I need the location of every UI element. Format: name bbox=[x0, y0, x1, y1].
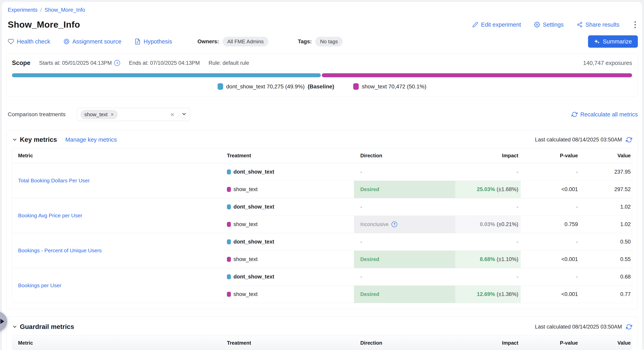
treatment-name: dont_show_text bbox=[234, 169, 274, 175]
summarize-button[interactable]: Summarize bbox=[588, 35, 638, 48]
collapse-chevron-icon[interactable] bbox=[12, 324, 18, 329]
key-metrics-header: Key metrics Manage key metrics Last calc… bbox=[12, 136, 632, 143]
direction-cell: - bbox=[354, 268, 455, 285]
col-metric: Metric bbox=[12, 148, 224, 163]
breadcrumb: Experiments / Show_More_Info bbox=[6, 7, 638, 13]
refresh-icon bbox=[572, 111, 578, 117]
impact-cell: - bbox=[455, 268, 521, 285]
scope-starts-at: Starts at: 05/01/2025 04:13PM i bbox=[39, 60, 120, 66]
edit-experiment-label: Edit experiment bbox=[481, 22, 521, 28]
manage-key-metrics-link[interactable]: Manage key metrics bbox=[65, 136, 117, 143]
metric-link[interactable]: Total Booking Dollars Per User bbox=[18, 178, 90, 184]
page-title: Show_More_Info bbox=[8, 20, 80, 30]
chevron-down-icon[interactable] bbox=[181, 111, 187, 118]
share-results-label: Share results bbox=[586, 22, 620, 28]
metric-link[interactable]: Bookings - Percent of Unique Users bbox=[18, 247, 102, 253]
impact-cell: 12.69%(±1.36%) bbox=[455, 285, 521, 303]
p-value-cell: - bbox=[521, 268, 582, 285]
starts-at-text: Starts at: 05/01/2025 04:13PM bbox=[39, 60, 112, 66]
main-panel: Experiments / Show_More_Info Show_More_I… bbox=[2, 2, 642, 350]
legend-baseline-label: dont_show_text 70,275 (49.9%) bbox=[226, 83, 304, 90]
recalculate-all-metrics-button[interactable]: Recalculate all metrics bbox=[572, 111, 638, 118]
impact-cell: - bbox=[455, 198, 521, 215]
p-value-cell: <0.001 bbox=[521, 285, 582, 303]
guardrail-metrics-section: Guardrail metrics Last calculated 08/14/… bbox=[6, 316, 638, 350]
heart-icon bbox=[8, 38, 14, 45]
value-cell: 297.52 bbox=[582, 181, 632, 198]
assignment-source-link[interactable]: Assignment source bbox=[63, 38, 122, 45]
guardrail-metrics-header: Guardrail metrics Last calculated 08/14/… bbox=[12, 323, 632, 330]
sparkles-icon bbox=[594, 39, 600, 45]
key-metrics-title: Key metrics bbox=[20, 136, 57, 143]
pencil-icon bbox=[472, 22, 478, 28]
p-value-cell: - bbox=[521, 198, 582, 215]
table-row: Bookings - Percent of Unique Users dont_… bbox=[12, 233, 632, 250]
exposures-count: 140,747 exposures bbox=[583, 60, 632, 66]
comparison-treatments-select[interactable]: show_text × × bbox=[77, 108, 190, 121]
treatment-name: show_text bbox=[234, 256, 258, 262]
owners-chip[interactable]: All FME Admins bbox=[222, 37, 268, 47]
last-calculated-text: Last calculated 08/14/2025 03:50AM bbox=[535, 137, 622, 143]
edit-experiment-button[interactable]: Edit experiment bbox=[472, 22, 521, 28]
hypothesis-label: Hypothesis bbox=[144, 38, 172, 45]
refresh-icon[interactable] bbox=[626, 137, 632, 143]
direction-cell: Desired bbox=[354, 250, 455, 268]
comparison-treatments-label: Comparison treatments bbox=[8, 111, 66, 118]
breadcrumb-current[interactable]: Show_More_Info bbox=[45, 7, 85, 13]
table-row: Bookings per User dont_show_text - - - 0… bbox=[12, 268, 632, 285]
scope-card: Scope Starts at: 05/01/2025 04:13PM i En… bbox=[6, 54, 638, 97]
direction-cell: Desired bbox=[354, 181, 455, 198]
col-value: Value bbox=[582, 335, 632, 350]
more-options-kebab-icon[interactable] bbox=[632, 20, 638, 30]
treatment-name: show_text bbox=[234, 221, 258, 227]
value-cell: 0.68 bbox=[582, 268, 632, 285]
treatment-swatch bbox=[227, 204, 231, 209]
col-p-value: P-value bbox=[521, 148, 582, 163]
tags-chip[interactable]: No tags bbox=[315, 37, 343, 47]
meta-links: Health check Assignment source Hypothesi… bbox=[8, 38, 172, 45]
col-direction: Direction bbox=[354, 335, 455, 350]
chip-remove-icon[interactable]: × bbox=[111, 112, 114, 117]
metric-link[interactable]: Bookings per User bbox=[18, 282, 61, 288]
col-p-value: P-value bbox=[521, 335, 582, 350]
value-cell: 1.02 bbox=[582, 215, 632, 233]
hypothesis-link[interactable]: Hypothesis bbox=[134, 38, 172, 45]
tags-label: Tags: bbox=[298, 39, 312, 45]
treatment-swatch bbox=[353, 83, 359, 90]
collapse-chevron-icon[interactable] bbox=[12, 137, 18, 142]
metric-link[interactable]: Booking Avg Price per User bbox=[18, 213, 82, 218]
recalculate-label: Recalculate all metrics bbox=[580, 111, 638, 118]
treatment-swatch bbox=[227, 257, 231, 262]
value-cell: 0.50 bbox=[582, 233, 632, 250]
health-check-link[interactable]: Health check bbox=[8, 38, 50, 45]
treatment-swatch bbox=[227, 239, 231, 244]
document-icon bbox=[134, 38, 141, 45]
select-clear-icon[interactable]: × bbox=[169, 111, 176, 118]
treatment-chip[interactable]: show_text × bbox=[80, 110, 118, 119]
share-results-button[interactable]: Share results bbox=[577, 22, 620, 28]
question-icon[interactable]: ? bbox=[392, 221, 397, 227]
treatment-swatch bbox=[227, 222, 231, 227]
allocation-legend: dont_show_text 70,275 (49.9%) (Baseline)… bbox=[12, 83, 632, 90]
target-icon bbox=[63, 38, 70, 45]
treatment-name: dont_show_text bbox=[234, 239, 274, 245]
impact-cell: 8.68%(±1.10%) bbox=[455, 250, 521, 268]
refresh-icon[interactable] bbox=[626, 324, 632, 330]
key-metrics-table: Metric Treatment Direction Impact P-valu… bbox=[12, 148, 632, 303]
col-metric: Metric bbox=[12, 335, 224, 350]
treatment-name: dont_show_text bbox=[234, 204, 274, 210]
guardrail-metrics-title: Guardrail metrics bbox=[20, 323, 74, 330]
title-row: Show_More_Info Edit experiment Settings … bbox=[6, 20, 638, 30]
breadcrumb-experiments[interactable]: Experiments bbox=[8, 7, 38, 13]
value-cell: 1.02 bbox=[582, 198, 632, 215]
p-value-cell: - bbox=[521, 233, 582, 250]
treatment-swatch bbox=[227, 292, 231, 297]
direction-cell: - bbox=[354, 233, 455, 250]
scope-ends-at: Ends at: 07/10/2025 04:13PM bbox=[129, 60, 200, 66]
col-treatment: Treatment bbox=[224, 335, 354, 350]
table-header-row: Metric Treatment Direction Impact P-valu… bbox=[12, 148, 632, 163]
settings-button[interactable]: Settings bbox=[534, 22, 564, 28]
legend-item-treatment: show_text 70,472 (50.1%) bbox=[353, 83, 426, 90]
direction-cell: - bbox=[354, 198, 455, 215]
info-icon[interactable]: i bbox=[114, 60, 120, 66]
